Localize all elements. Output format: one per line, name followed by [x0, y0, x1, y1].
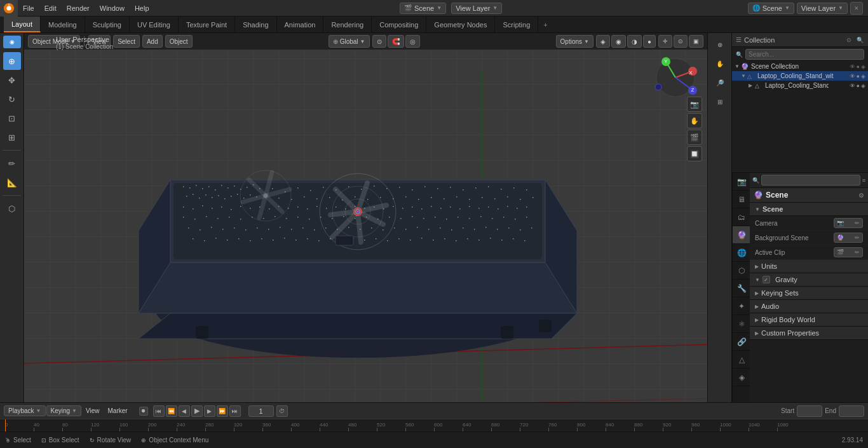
play-btn[interactable]: ▶ — [191, 405, 203, 417]
object-menu-btn[interactable]: Object — [165, 35, 193, 48]
material-props-btn[interactable]: ◈ — [733, 369, 750, 386]
item-0-restrict-view[interactable]: 👁 — [850, 73, 855, 79]
outliner-item-0[interactable]: ▼ △ Laptop_Cooling_Stand_with_f 👁 ● ◈ — [732, 71, 868, 81]
show-gizmos-btn[interactable]: ✛ — [658, 35, 672, 48]
tool-cursor[interactable]: ⊕ — [3, 52, 21, 70]
wireframe-btn[interactable]: ◈ — [596, 35, 610, 48]
camera-value[interactable]: 📷 ✏ — [834, 218, 863, 228]
material-btn[interactable]: ◑ — [627, 35, 642, 48]
modifier-props-btn[interactable]: 🔧 — [733, 280, 750, 297]
frame-current-input[interactable]: 1 — [248, 405, 274, 417]
view-layer-selector[interactable]: View Layer ▼ — [451, 3, 502, 14]
item-1-restrict-view[interactable]: 👁 — [850, 83, 855, 89]
tab-scripting[interactable]: Scripting — [495, 17, 538, 32]
rtool-4[interactable]: ⊞ — [711, 93, 729, 111]
add-menu-btn[interactable]: Add — [142, 35, 163, 48]
bg-scene-eyedropper[interactable]: ✏ — [855, 234, 860, 241]
props-options-btn[interactable]: ⚙ — [858, 192, 864, 199]
viewport[interactable]: Object Mode ▼ View Select Add Object — [24, 33, 707, 402]
record-btn[interactable]: ⏺ — [139, 407, 148, 416]
scene-section-header[interactable]: ▼ Scene — [750, 203, 868, 216]
jump-end-btn[interactable]: ⏭ — [229, 405, 241, 417]
output-props-btn[interactable]: 🖥 — [733, 191, 750, 208]
jump-start-btn[interactable]: ⏮ — [153, 405, 165, 417]
constraints-props-btn[interactable]: 🔗 — [733, 333, 750, 351]
rigid-body-world-header[interactable]: ▶ Rigid Body World — [750, 313, 868, 327]
tab-uv-editing[interactable]: UV Editing — [130, 17, 179, 32]
units-section-header[interactable]: ▶ Units — [750, 260, 868, 273]
render-region-btn[interactable]: 🎬 — [687, 130, 702, 145]
snap-btn[interactable]: 🧲 — [388, 35, 404, 48]
outliner-search-btn[interactable]: 🔍 — [855, 36, 864, 44]
timeline-ruler[interactable]: 0 40 80 120 — [0, 419, 868, 431]
view-menu[interactable]: View — [82, 406, 104, 416]
solid-btn[interactable]: ◉ — [611, 35, 626, 48]
tab-shading[interactable]: Shading — [235, 17, 276, 32]
tool-rotate[interactable]: ↻ — [3, 90, 21, 108]
keying-menu[interactable]: Keying ▼ — [46, 405, 82, 416]
renderer-selector[interactable]: 🌐 Scene ▼ — [748, 3, 794, 14]
proportional-btn[interactable]: ◎ — [405, 35, 420, 48]
prev-keyframe-btn[interactable]: ⏪ — [166, 405, 177, 417]
world-props-btn[interactable]: 🌐 — [733, 244, 750, 262]
particles-props-btn[interactable]: ✦ — [733, 297, 750, 315]
end-frame-input[interactable]: 250 — [839, 405, 864, 417]
custom-properties-header[interactable]: ▶ Custom Properties — [750, 327, 868, 340]
select-menu-btn[interactable]: Select — [113, 35, 140, 48]
help-menu[interactable]: Help — [130, 0, 154, 16]
outliner-item-1[interactable]: ▶ △ Laptop_Cooling_Stand_w 👁 ● ◈ — [732, 81, 868, 90]
outliner-collection-header[interactable]: ▼ 🔮 Scene Collection 👁 ● ◈ — [732, 62, 868, 71]
active-clip-value[interactable]: 🎬 ✏ — [834, 247, 863, 257]
rotate-view-status[interactable]: ↻ Rotate View — [90, 437, 132, 444]
props-search-input[interactable] — [761, 175, 860, 186]
eye-icon[interactable]: 👁 — [850, 64, 855, 70]
rendered-btn[interactable]: ● — [643, 35, 656, 48]
scene-selector[interactable]: 🎬 Scene ▼ — [400, 3, 446, 14]
tab-texture-paint[interactable]: Texture Paint — [179, 17, 235, 32]
tab-layout[interactable]: Layout — [4, 17, 41, 32]
lock-camera-btn[interactable]: ✋ — [687, 113, 702, 128]
navigation-gizmo[interactable]: X Y Z — [653, 55, 698, 100]
object-mode-btn[interactable]: ◉ — [3, 36, 21, 48]
xray-btn[interactable]: ▣ — [689, 35, 703, 48]
render-icon[interactable]: ◈ — [861, 64, 865, 70]
rtool-1[interactable]: ⊕ — [711, 36, 729, 53]
file-menu[interactable]: File — [18, 0, 39, 16]
select-icon[interactable]: ● — [857, 64, 860, 70]
tab-modeling[interactable]: Modeling — [41, 17, 85, 32]
item-0-render[interactable]: ◈ — [861, 73, 865, 79]
item-1-render[interactable]: ◈ — [861, 83, 865, 89]
tool-add-cube[interactable]: ⬡ — [3, 200, 21, 217]
select-status[interactable]: 🖱 Select — [5, 437, 31, 444]
bg-scene-value[interactable]: 🔮 ✏ — [834, 233, 863, 243]
tab-animation[interactable]: Animation — [277, 17, 324, 32]
render-props-btn[interactable]: 📷 — [733, 173, 750, 191]
next-frame-btn[interactable]: ▶ — [204, 405, 215, 417]
physics-props-btn[interactable]: ⚛ — [733, 315, 750, 333]
tool-scale[interactable]: ⊡ — [3, 109, 21, 127]
tab-rendering[interactable]: Rendering — [323, 17, 372, 32]
item-0-select[interactable]: ● — [857, 73, 860, 79]
scene-props-btn[interactable]: 🔮 — [733, 226, 750, 244]
outliner-filter-btn[interactable]: ⊙ — [844, 36, 853, 44]
camera-view-btn[interactable]: 📷 — [687, 97, 702, 112]
tool-annotate[interactable]: ✏ — [3, 154, 21, 172]
audio-header[interactable]: ▶ Audio — [750, 300, 868, 313]
gravity-checkbox[interactable]: ✓ — [763, 276, 770, 283]
window-menu[interactable]: Window — [95, 0, 130, 16]
rtool-2[interactable]: ✋ — [711, 55, 729, 72]
tool-move[interactable]: ✥ — [3, 71, 21, 89]
data-props-btn[interactable]: △ — [733, 351, 750, 369]
rtool-3[interactable]: 🔎 — [711, 74, 729, 92]
gravity-section-header[interactable]: ▼ ✓ Gravity — [750, 273, 868, 287]
view-layer-selector2[interactable]: View Layer ▼ — [797, 3, 848, 14]
tool-measure[interactable]: 📐 — [3, 173, 21, 191]
edit-menu[interactable]: Edit — [39, 0, 62, 16]
render-menu[interactable]: Render — [62, 0, 95, 16]
start-frame-input[interactable]: 1 — [797, 405, 822, 417]
next-keyframe-btn[interactable]: ⏩ — [217, 405, 228, 417]
options-btn[interactable]: Options ▼ — [556, 35, 593, 48]
playback-menu[interactable]: Playback ▼ — [4, 405, 46, 416]
camera-eyedropper[interactable]: ✏ — [855, 220, 860, 226]
tab-sculpting[interactable]: Sculpting — [85, 17, 130, 32]
